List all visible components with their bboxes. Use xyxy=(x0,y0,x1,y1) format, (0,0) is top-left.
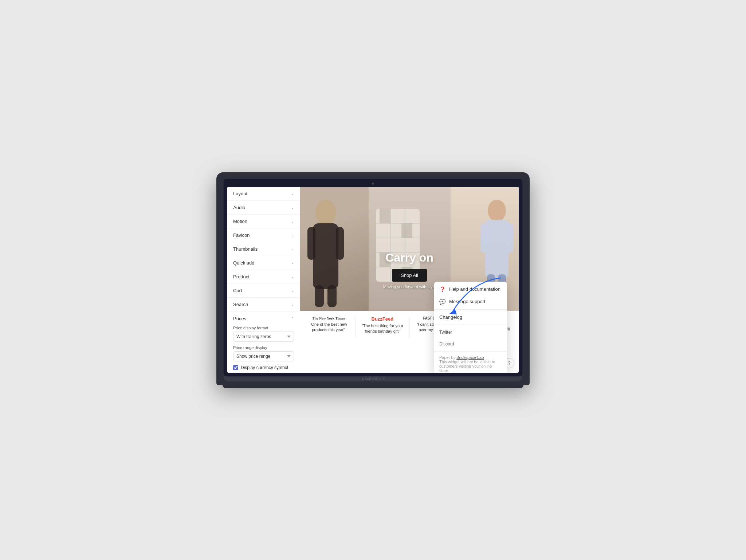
svg-rect-5 xyxy=(327,285,337,307)
brickspace-lab-link[interactable]: Brickspace Lab xyxy=(456,355,484,360)
sidebar-label-search: Search xyxy=(233,302,248,307)
sidebar-item-search[interactable]: Search ⌄ xyxy=(227,298,300,312)
brand-nyt-quote: "One of the best new products this year" xyxy=(307,322,349,333)
floating-menu: ❓ Help and documentation 💬 Message suppo… xyxy=(434,282,507,373)
prices-label: Prices xyxy=(233,316,246,321)
laptop-body: Layout ⌄ Audio ⌄ Motion ⌄ Favicon ⌄ xyxy=(216,172,530,385)
price-range-select[interactable]: Show price range xyxy=(233,351,294,361)
sidebar-label-audio: Audio xyxy=(233,205,245,210)
chevron-up-icon: ⌃ xyxy=(291,317,294,321)
hero-panel-left xyxy=(300,187,369,311)
sidebar-item-motion[interactable]: Motion ⌄ xyxy=(227,215,300,228)
svg-point-0 xyxy=(315,200,336,225)
menu-footer-note: This widget will not be visible to custo… xyxy=(439,360,495,373)
chevron-down-icon: ⌄ xyxy=(291,289,294,293)
chevron-down-icon: ⌄ xyxy=(291,192,294,196)
svg-point-17 xyxy=(488,200,506,222)
menu-item-message-support[interactable]: 💬 Message support xyxy=(434,295,507,308)
sidebar-label-cart: Cart xyxy=(233,288,242,293)
sidebar-label-thumbnails: Thumbnails xyxy=(233,246,258,252)
chevron-down-icon: ⌄ xyxy=(291,302,294,306)
chevron-down-icon: ⌄ xyxy=(291,205,294,209)
currency-symbol-checkbox[interactable] xyxy=(233,365,238,370)
sidebar-label-quick-add: Quick add xyxy=(233,260,255,266)
svg-rect-19 xyxy=(480,223,487,252)
menu-item-help-docs[interactable]: ❓ Help and documentation xyxy=(434,283,507,295)
menu-item-discord[interactable]: Discord xyxy=(434,338,507,350)
screen: Layout ⌄ Audio ⌄ Motion ⌄ Favicon ⌄ xyxy=(227,187,519,373)
menu-help-docs-label: Help and documentation xyxy=(449,286,500,292)
brand-buzzfeed-name: BuzzFeed xyxy=(361,316,403,322)
menu-item-changelog[interactable]: Changelog xyxy=(434,311,507,323)
sidebar-item-layout[interactable]: Layout ⌄ xyxy=(227,187,300,201)
sidebar-item-audio[interactable]: Audio ⌄ xyxy=(227,201,300,215)
menu-message-support-label: Message support xyxy=(449,299,486,304)
menu-discord-label: Discord xyxy=(439,341,454,346)
sidebar-item-product[interactable]: Product ⌄ xyxy=(227,270,300,284)
chevron-down-icon: ⌄ xyxy=(291,219,294,223)
svg-rect-4 xyxy=(315,285,324,307)
brand-separator-1 xyxy=(355,316,356,338)
sidebar-item-thumbnails[interactable]: Thumbnails ⌄ xyxy=(227,242,300,256)
menu-footer: Paper by Brickspace Lab This widget will… xyxy=(434,351,507,373)
svg-rect-1 xyxy=(313,223,338,289)
price-display-select[interactable]: With trailing zeros xyxy=(233,332,294,342)
screen-bezel: Layout ⌄ Audio ⌄ Motion ⌄ Favicon ⌄ xyxy=(224,179,522,376)
sidebar-label-favicon: Favicon xyxy=(233,232,250,238)
menu-item-twitter[interactable]: Twitter xyxy=(434,326,507,338)
shop-all-button[interactable]: Shop All xyxy=(392,269,427,282)
brand-nyt-name: The New York Times xyxy=(307,316,349,320)
menu-footer-prefix: Paper by xyxy=(439,355,456,360)
help-question-icon: ? xyxy=(508,360,510,366)
svg-rect-20 xyxy=(507,223,513,252)
message-icon: 💬 xyxy=(439,299,445,305)
sidebar-label-layout: Layout xyxy=(233,191,247,196)
sidebar-label-product: Product xyxy=(233,274,250,279)
chevron-down-icon: ⌄ xyxy=(291,233,294,237)
svg-rect-18 xyxy=(485,220,509,278)
menu-divider-1 xyxy=(434,309,507,310)
chevron-down-icon: ⌄ xyxy=(291,261,294,265)
chevron-down-icon: ⌄ xyxy=(291,275,294,279)
main-content: Carry on Shop All Moving you forward wit… xyxy=(300,187,519,373)
svg-rect-14 xyxy=(401,223,412,238)
menu-twitter-label: Twitter xyxy=(439,330,452,335)
currency-symbol-row: Display currency symbol xyxy=(233,365,294,370)
prices-section: Prices ⌃ Price display format With trail… xyxy=(227,312,300,373)
brand-nyt: The New York Times "One of the best new … xyxy=(307,316,349,333)
prices-header[interactable]: Prices ⌃ xyxy=(233,316,294,321)
hero-title: Carry on xyxy=(355,251,464,265)
help-icon: ❓ xyxy=(439,286,445,292)
laptop-wrapper: Layout ⌄ Audio ⌄ Motion ⌄ Favicon ⌄ xyxy=(216,172,530,388)
sidebar-label-motion: Motion xyxy=(233,219,247,224)
brand-buzzfeed-quote: "The best thing for your friends birthda… xyxy=(361,323,403,334)
currency-symbol-label: Display currency symbol xyxy=(241,365,288,370)
laptop-foot xyxy=(223,385,523,388)
price-range-label: Price range display xyxy=(233,345,294,350)
svg-rect-3 xyxy=(336,227,344,260)
chevron-down-icon: ⌄ xyxy=(291,247,294,251)
camera-dot xyxy=(372,183,374,185)
brand-buzzfeed: BuzzFeed "The best thing for your friend… xyxy=(361,316,403,334)
sidebar: Layout ⌄ Audio ⌄ Motion ⌄ Favicon ⌄ xyxy=(227,187,300,373)
brand-separator-2 xyxy=(409,316,410,338)
sidebar-item-cart[interactable]: Cart ⌄ xyxy=(227,284,300,298)
sidebar-item-favicon[interactable]: Favicon ⌄ xyxy=(227,228,300,242)
price-display-label: Price display format xyxy=(233,326,294,330)
menu-changelog-label: Changelog xyxy=(439,314,462,320)
svg-rect-13 xyxy=(380,209,390,223)
svg-rect-2 xyxy=(307,227,315,260)
laptop-base xyxy=(224,376,522,381)
menu-divider-2 xyxy=(434,325,507,325)
sidebar-item-quick-add[interactable]: Quick add ⌄ xyxy=(227,256,300,270)
